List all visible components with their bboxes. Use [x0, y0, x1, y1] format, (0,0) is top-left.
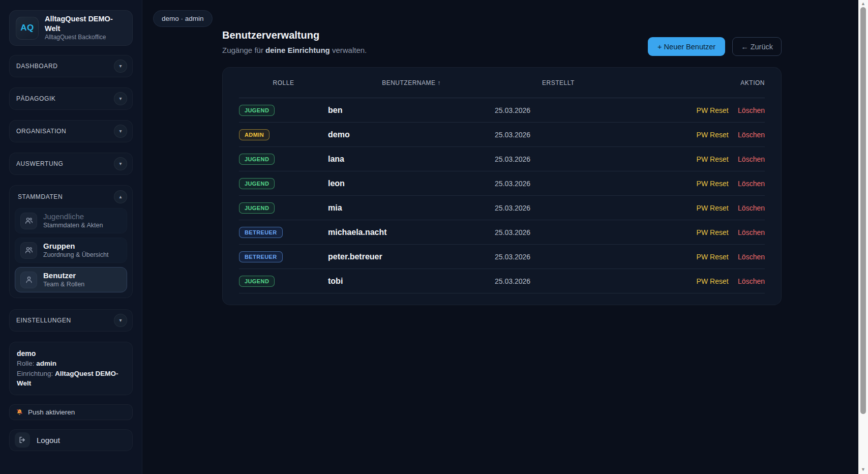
role-badge: JUGEND	[239, 154, 275, 165]
pw-reset-link[interactable]: PW Reset	[697, 155, 729, 163]
column-header-erstellt: ERSTELLT	[495, 79, 622, 86]
created-cell: 25.03.2026	[495, 277, 622, 285]
username-cell: peter.betreuer	[328, 252, 495, 261]
sidebar-item-label: DASHBOARD	[16, 63, 57, 70]
user-icon	[20, 272, 37, 288]
chevron-down-icon[interactable]: ▾	[114, 314, 127, 327]
role-badge: ADMIN	[239, 129, 270, 140]
username-cell: demo	[328, 130, 495, 139]
sidebar-item-label: PÄDAGOGIK	[16, 95, 55, 102]
chevron-down-icon[interactable]: ▾	[114, 157, 127, 170]
bell-slash-icon	[16, 408, 23, 416]
table-row: BETREUER peter.betreuer 25.03.2026 PW Re…	[239, 245, 765, 269]
session-badge: demo · admin	[153, 10, 213, 27]
username-cell: mia	[328, 203, 495, 213]
subitem-subtitle: Team & Rollen	[43, 281, 84, 289]
delete-link[interactable]: Löschen	[738, 155, 765, 163]
created-cell: 25.03.2026	[495, 253, 622, 261]
sidebar-item-label: AUSWERTUNG	[16, 160, 63, 167]
app-logo-card: AQ AlltagQuest DEMO-Welt AlltagQuest Bac…	[9, 10, 133, 46]
table-row: JUGEND lana 25.03.2026 PW Reset Löschen	[239, 147, 765, 171]
table-row: BETREUER michaela.nacht 25.03.2026 PW Re…	[239, 220, 765, 245]
created-cell: 25.03.2026	[495, 106, 622, 114]
column-header-aktion: AKTION	[622, 79, 765, 86]
page-title: Benutzerverwaltung	[222, 29, 367, 41]
scrollbar-thumb[interactable]	[860, 7, 866, 414]
column-header-rolle: ROLLE	[239, 79, 328, 86]
table-row: JUGEND ben 25.03.2026 PW Reset Löschen	[239, 98, 765, 123]
new-user-button[interactable]: + Neuer Benutzer	[648, 37, 725, 56]
chevron-up-icon[interactable]: ▴	[114, 190, 127, 203]
pw-reset-link[interactable]: PW Reset	[697, 131, 729, 139]
username-cell: ben	[328, 106, 495, 115]
current-user-card: demo Rolle: admin Einrichtung: AlltagQue…	[9, 342, 133, 395]
user-table: ROLLE BENUTZERNAME ↑ ERSTELLT AKTION JUG…	[222, 67, 782, 305]
pw-reset-link[interactable]: PW Reset	[697, 106, 729, 114]
table-body: JUGEND ben 25.03.2026 PW Reset Löschen A…	[223, 98, 781, 293]
subitem-subtitle: Zuordnung & Übersicht	[43, 251, 109, 259]
username-cell: lana	[328, 155, 495, 164]
role-badge: JUGEND	[239, 105, 275, 116]
created-cell: 25.03.2026	[495, 180, 622, 188]
username-cell: tobi	[328, 277, 495, 286]
role-badge: JUGEND	[239, 202, 275, 214]
delete-link[interactable]: Löschen	[738, 180, 765, 188]
current-user-einrichtung: Einrichtung: AlltagQuest DEMO-Welt	[17, 369, 125, 389]
scrollbar-down-arrow-icon[interactable]: ▼	[858, 467, 868, 472]
sidebar-subitem-gruppen[interactable]: Gruppen Zuordnung & Übersicht	[15, 238, 127, 263]
scrollbar[interactable]: ▲ ▼	[858, 0, 868, 474]
sidebar-item-paedagogik[interactable]: PÄDAGOGIK ▾	[9, 87, 133, 110]
delete-link[interactable]: Löschen	[738, 253, 765, 261]
page-subtitle: Zugänge für deine Einrichtung verwalten.	[222, 46, 367, 54]
sidebar-item-organisation[interactable]: ORGANISATION ▾	[9, 120, 133, 142]
pw-reset-link[interactable]: PW Reset	[697, 253, 729, 261]
scrollbar-up-arrow-icon[interactable]: ▲	[858, 1, 868, 6]
subitem-title: Gruppen	[43, 242, 109, 251]
delete-link[interactable]: Löschen	[738, 131, 765, 139]
role-badge: BETREUER	[239, 251, 283, 262]
role-badge: JUGEND	[239, 178, 275, 189]
logout-button[interactable]: Logout	[9, 429, 133, 451]
table-row: JUGEND leon 25.03.2026 PW Reset Löschen	[239, 171, 765, 196]
sidebar-item-auswertung[interactable]: AUSWERTUNG ▾	[9, 153, 133, 175]
sidebar-item-label: ORGANISATION	[16, 128, 66, 135]
role-badge: BETREUER	[239, 227, 283, 238]
sidebar-item-dashboard[interactable]: DASHBOARD ▾	[9, 55, 133, 77]
username-cell: michaela.nacht	[328, 228, 495, 237]
subitem-title: Benutzer	[43, 271, 84, 281]
pw-reset-link[interactable]: PW Reset	[697, 204, 729, 212]
created-cell: 25.03.2026	[495, 204, 622, 212]
app-logo-icon: AQ	[16, 17, 39, 40]
back-button[interactable]: ← Zurück	[732, 37, 782, 56]
delete-link[interactable]: Löschen	[738, 204, 765, 212]
pw-reset-link[interactable]: PW Reset	[697, 277, 729, 285]
sidebar-subitem-benutzer[interactable]: Benutzer Team & Rollen	[15, 267, 127, 292]
chevron-down-icon[interactable]: ▾	[114, 60, 127, 73]
sidebar-item-label: EINSTELLUNGEN	[16, 317, 71, 324]
push-activate-label: Push aktivieren	[28, 408, 75, 416]
table-row: JUGEND mia 25.03.2026 PW Reset Löschen	[239, 196, 765, 220]
chevron-down-icon[interactable]: ▾	[114, 92, 127, 105]
users-icon	[20, 242, 37, 259]
sidebar-group-stammdaten: STAMMDATEN ▴ Jugendliche Stammdaten & Ak…	[9, 185, 133, 298]
delete-link[interactable]: Löschen	[738, 106, 765, 114]
sidebar: AQ AlltagQuest DEMO-Welt AlltagQuest Bac…	[0, 0, 142, 474]
pw-reset-link[interactable]: PW Reset	[697, 228, 729, 236]
chevron-down-icon[interactable]: ▾	[114, 125, 127, 138]
current-username: demo	[17, 348, 125, 359]
subitem-subtitle: Stammdaten & Akten	[43, 222, 103, 230]
sidebar-subitem-jugendliche[interactable]: Jugendliche Stammdaten & Akten	[15, 208, 127, 233]
current-user-role: Rolle: admin	[17, 359, 125, 369]
pw-reset-link[interactable]: PW Reset	[697, 180, 729, 188]
sidebar-item-einstellungen[interactable]: EINSTELLUNGEN ▾	[9, 309, 133, 332]
logout-label: Logout	[37, 436, 60, 445]
push-activate-button[interactable]: Push aktivieren	[9, 404, 133, 420]
column-header-benutzername[interactable]: BENUTZERNAME ↑	[328, 79, 495, 86]
main-content: demo · admin Benutzerverwaltung Zugänge …	[142, 0, 858, 474]
subitem-title: Jugendliche	[43, 212, 103, 222]
sidebar-item-label: STAMMDATEN	[18, 193, 63, 200]
delete-link[interactable]: Löschen	[738, 277, 765, 285]
sidebar-item-stammdaten[interactable]: STAMMDATEN ▴	[15, 186, 127, 208]
delete-link[interactable]: Löschen	[738, 228, 765, 236]
app-title: AlltagQuest DEMO-Welt	[45, 14, 126, 34]
